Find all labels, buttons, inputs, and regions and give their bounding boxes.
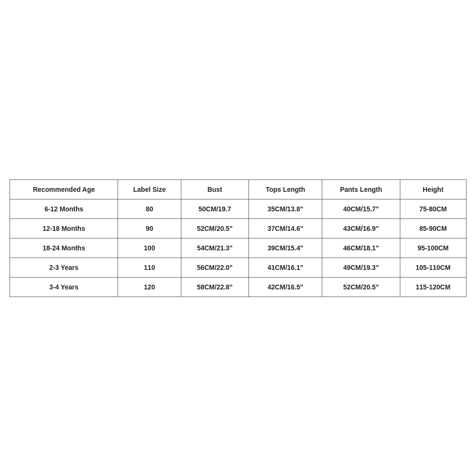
cell-label-size: 100 xyxy=(118,238,181,258)
cell-bust: 52CM/20.5" xyxy=(181,218,248,238)
cell-tops-length: 35CM/13.8" xyxy=(248,199,322,218)
cell-pants-length: 49CM/19.3" xyxy=(322,258,400,277)
table-row: 3-4 Years12058CM/22.8"42CM/16.5"52CM/20.… xyxy=(10,277,466,297)
table-row: 18-24 Months10054CM/21.3"39CM/15.4"46CM/… xyxy=(10,238,466,258)
cell-pants-length: 43CM/16.9" xyxy=(322,218,400,238)
size-chart-table: Recommended Age Label Size Bust Tops Len… xyxy=(10,179,466,297)
cell-label-size: 80 xyxy=(118,199,181,218)
cell-label-size: 120 xyxy=(118,277,181,297)
header-bust: Bust xyxy=(181,179,248,199)
cell-bust: 56CM/22.0" xyxy=(181,258,248,277)
cell-pants-length: 46CM/18.1" xyxy=(322,238,400,258)
header-recommended-age: Recommended Age xyxy=(10,179,118,199)
header-label-size: Label Size xyxy=(118,179,181,199)
header-tops-length: Tops Length xyxy=(248,179,322,199)
cell-age: 12-18 Months xyxy=(10,218,118,238)
cell-age: 3-4 Years xyxy=(10,277,118,297)
cell-tops-length: 41CM/16.1" xyxy=(248,258,322,277)
cell-bust: 50CM/19.7 xyxy=(181,199,248,218)
cell-tops-length: 37CM/14.6" xyxy=(248,218,322,238)
cell-label-size: 90 xyxy=(118,218,181,238)
table-row: 12-18 Months9052CM/20.5"37CM/14.6"43CM/1… xyxy=(10,218,466,238)
cell-label-size: 110 xyxy=(118,258,181,277)
cell-tops-length: 42CM/16.5" xyxy=(248,277,322,297)
table-row: 6-12 Months8050CM/19.735CM/13.8"40CM/15.… xyxy=(10,199,466,218)
cell-tops-length: 39CM/15.4" xyxy=(248,238,322,258)
header-height: Height xyxy=(400,179,466,199)
cell-height: 95-100CM xyxy=(400,238,466,258)
cell-age: 18-24 Months xyxy=(10,238,118,258)
cell-bust: 54CM/21.3" xyxy=(181,238,248,258)
cell-pants-length: 40CM/15.7" xyxy=(322,199,400,218)
cell-height: 105-110CM xyxy=(400,258,466,277)
cell-bust: 58CM/22.8" xyxy=(181,277,248,297)
cell-height: 75-80CM xyxy=(400,199,466,218)
header-pants-length: Pants Length xyxy=(322,179,400,199)
cell-height: 85-90CM xyxy=(400,218,466,238)
cell-age: 2-3 Years xyxy=(10,258,118,277)
cell-age: 6-12 Months xyxy=(10,199,118,218)
cell-pants-length: 52CM/20.5" xyxy=(322,277,400,297)
cell-height: 115-120CM xyxy=(400,277,466,297)
size-chart-container: Recommended Age Label Size Bust Tops Len… xyxy=(10,179,466,297)
table-header-row: Recommended Age Label Size Bust Tops Len… xyxy=(10,179,466,199)
table-row: 2-3 Years11056CM/22.0"41CM/16.1"49CM/19.… xyxy=(10,258,466,277)
